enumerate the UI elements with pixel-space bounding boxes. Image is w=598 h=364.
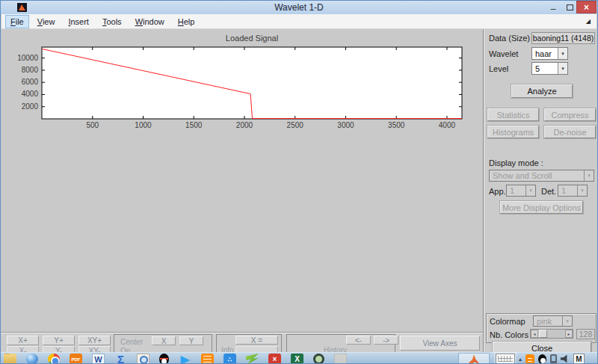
chevron-down-icon: ▾ <box>562 316 572 326</box>
media-player-icon[interactable]: ▶ <box>179 354 191 364</box>
globe-browser-icon[interactable] <box>26 354 38 364</box>
word-icon[interactable]: W <box>92 354 105 364</box>
data-size-label: Data (Size) <box>489 34 530 43</box>
menu-view[interactable]: View <box>32 15 61 28</box>
wavelet-label: Wavelet <box>489 49 518 58</box>
menu-tools[interactable]: Tools <box>97 15 127 28</box>
menu-insert[interactable]: Insert <box>63 15 94 28</box>
history-forward-button[interactable]: -> <box>374 336 398 345</box>
wavelet-select[interactable]: haar ▾ <box>531 47 568 60</box>
volume-icon[interactable] <box>561 354 570 363</box>
chrome-icon[interactable] <box>48 354 60 364</box>
chevron-down-icon: ▾ <box>525 185 535 196</box>
colormap-select[interactable]: pink ▾ <box>533 315 573 327</box>
orange-tray-app-icon[interactable] <box>525 354 534 364</box>
zoom-y-in-button[interactable]: Y+ <box>43 336 75 345</box>
det-select[interactable]: 1 ▾ <box>558 185 588 197</box>
app-select[interactable]: 1 ▾ <box>506 185 536 197</box>
pdf-reader-icon[interactable]: PDF <box>70 354 82 364</box>
svg-text:8000: 8000 <box>22 66 39 74</box>
x-readout-button[interactable]: X = <box>235 336 278 345</box>
center-x-button[interactable]: X <box>152 336 176 345</box>
sigma-app-icon[interactable]: Σ <box>114 354 127 364</box>
history-back-button[interactable]: <- <box>346 336 371 345</box>
svg-text:4000: 4000 <box>439 121 456 129</box>
svg-text:1500: 1500 <box>185 121 203 129</box>
menu-window[interactable]: Window <box>130 15 170 28</box>
hidden-icons-caret-icon[interactable]: ▴ <box>519 356 522 363</box>
display-mode-value: Show and Scroll <box>490 171 584 180</box>
level-select[interactable]: 5 ▾ <box>531 62 568 75</box>
svg-text:500: 500 <box>86 121 99 129</box>
nb-colors-label: Nb. Colors <box>490 330 528 339</box>
chevron-down-icon: ▾ <box>558 63 567 74</box>
search-doc-app-icon[interactable] <box>137 354 150 364</box>
compress-button[interactable]: Compress <box>544 108 596 121</box>
svg-text:Loaded Signal: Loaded Signal <box>226 34 278 43</box>
zoom-xy-in-button[interactable]: XY+ <box>78 336 111 345</box>
svg-text:2000: 2000 <box>22 102 39 111</box>
slider-thumb[interactable] <box>539 330 547 338</box>
svg-text:4000: 4000 <box>22 90 39 98</box>
zoom-x-in-button[interactable]: X+ <box>7 336 39 345</box>
view-axes-button[interactable]: View Axes <box>400 336 480 351</box>
center-y-button[interactable]: Y <box>179 336 203 345</box>
dock-arrow-icon[interactable]: ◢ <box>586 18 591 25</box>
histograms-button[interactable]: Histograms <box>487 126 539 138</box>
svg-text:10000: 10000 <box>17 54 38 62</box>
green-circle-app-icon[interactable] <box>313 354 324 364</box>
maximize-icon <box>567 4 573 10</box>
qq-tray-icon[interactable] <box>538 354 546 364</box>
green-zigzag-app-icon[interactable] <box>246 354 259 364</box>
faded-app-icon[interactable] <box>334 354 347 364</box>
level-label: Level <box>489 64 508 73</box>
svg-text:1000: 1000 <box>135 121 152 129</box>
nb-colors-value: 128 <box>576 329 595 339</box>
minimize-icon: – <box>551 6 556 12</box>
folder-explorer-icon[interactable] <box>4 354 16 364</box>
windows-taskbar: PDFWΣ▶∴×X ▴M <box>1 352 598 364</box>
more-display-options-button[interactable]: More Display Options <box>500 201 583 214</box>
denoise-button[interactable]: De-noise <box>544 126 596 138</box>
nb-colors-slider[interactable]: ◂ ▸ <box>530 329 573 339</box>
qq-icon[interactable] <box>159 354 169 364</box>
chevron-down-icon: ▾ <box>584 170 594 181</box>
colormap-group: Colormap pink ▾ Nb. Colors ◂ ▸ 128 <box>486 313 597 343</box>
chevron-down-icon: ▾ <box>577 185 587 196</box>
statistics-button[interactable]: Statistics <box>487 108 539 121</box>
titlebar: Wavelet 1-D – × <box>1 1 597 14</box>
minimize-button[interactable]: – <box>545 1 561 13</box>
app-value: 1 <box>507 186 525 195</box>
device-tray-icon[interactable] <box>550 354 557 364</box>
wavelet-control-panel: Data (Size) baoning11 (4148) Wavelet haa… <box>483 29 598 363</box>
analyze-button[interactable]: Analyze <box>511 84 573 98</box>
maximize-button[interactable] <box>561 1 578 13</box>
system-tray: ▴M <box>496 354 588 364</box>
close-window-button[interactable]: × <box>576 1 597 13</box>
matlab-taskbar-button[interactable] <box>458 353 490 364</box>
orange-music-app-icon[interactable] <box>201 354 214 364</box>
slider-left-arrow-icon[interactable]: ◂ <box>531 330 538 338</box>
menu-file[interactable]: File <box>5 15 29 28</box>
svg-text:3500: 3500 <box>388 121 405 129</box>
touch-keyboard-icon[interactable] <box>496 354 515 364</box>
matlab-icon <box>469 354 480 364</box>
display-mode-select[interactable]: Show and Scroll ▾ <box>489 170 594 182</box>
colormap-label: Colormap <box>490 317 525 326</box>
wavelet-1d-window: Wavelet 1-D – × File View Insert Tools W… <box>0 0 598 364</box>
dynamic-visualization-toolbar: X+ Y+ XY+ X- Y- XY- Center X Y On X = In… <box>1 332 483 352</box>
window-title: Wavelet 1-D <box>1 2 597 13</box>
excel-icon[interactable]: X <box>291 354 303 364</box>
menu-help[interactable]: Help <box>173 15 200 28</box>
det-label: Det. <box>541 187 556 196</box>
svg-text:2500: 2500 <box>287 121 304 129</box>
wavelet-value: haar <box>532 49 558 58</box>
loaded-signal-plot: 5001000150020002500300035004000200040006… <box>16 34 494 134</box>
data-size-value: baoning11 (4148) <box>531 32 595 44</box>
input-method-icon[interactable]: M <box>573 354 585 364</box>
red-x-app-icon[interactable]: × <box>268 354 281 364</box>
blue-share-app-icon[interactable]: ∴ <box>224 354 236 364</box>
chevron-down-icon: ▾ <box>558 48 567 59</box>
level-value: 5 <box>532 64 558 73</box>
slider-right-arrow-icon[interactable]: ▸ <box>565 330 573 338</box>
